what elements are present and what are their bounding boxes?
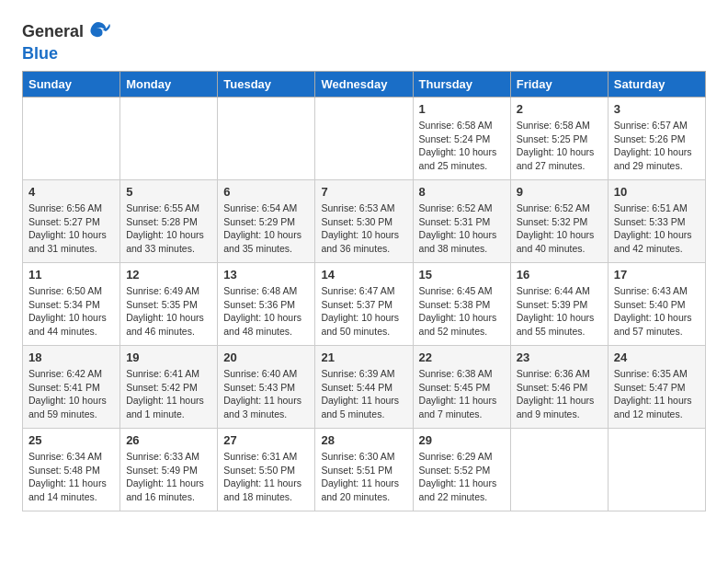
calendar-table: SundayMondayTuesdayWednesdayThursdayFrid… <box>22 71 706 511</box>
calendar-cell: 23Sunrise: 6:36 AMSunset: 5:46 PMDayligh… <box>510 346 608 429</box>
calendar-cell: 26Sunrise: 6:33 AMSunset: 5:49 PMDayligh… <box>120 429 218 511</box>
day-info: Sunrise: 6:53 AMSunset: 5:30 PMDaylight:… <box>321 201 406 256</box>
day-number: 16 <box>517 268 602 282</box>
week-row-1: 1Sunrise: 6:58 AMSunset: 5:24 PMDaylight… <box>23 98 706 180</box>
calendar-cell: 3Sunrise: 6:57 AMSunset: 5:26 PMDaylight… <box>608 98 705 180</box>
day-info: Sunrise: 6:38 AMSunset: 5:45 PMDaylight:… <box>419 367 505 421</box>
calendar-cell: 10Sunrise: 6:51 AMSunset: 5:33 PMDayligh… <box>608 180 705 263</box>
day-info: Sunrise: 6:29 AMSunset: 5:52 PMDaylight:… <box>419 450 505 504</box>
calendar-cell: 25Sunrise: 6:34 AMSunset: 5:48 PMDayligh… <box>23 429 120 511</box>
day-info: Sunrise: 6:48 AMSunset: 5:36 PMDaylight:… <box>223 284 309 339</box>
calendar-cell: 18Sunrise: 6:42 AMSunset: 5:41 PMDayligh… <box>23 346 120 429</box>
day-number: 12 <box>126 268 211 282</box>
calendar-cell: 27Sunrise: 6:31 AMSunset: 5:50 PMDayligh… <box>218 429 315 511</box>
day-info: Sunrise: 6:41 AMSunset: 5:42 PMDaylight:… <box>126 367 211 421</box>
calendar-cell: 8Sunrise: 6:52 AMSunset: 5:31 PMDaylight… <box>413 180 510 263</box>
weekday-header-tuesday: Tuesday <box>218 72 315 98</box>
day-info: Sunrise: 6:50 AMSunset: 5:34 PMDaylight:… <box>28 284 114 339</box>
calendar-cell: 22Sunrise: 6:38 AMSunset: 5:45 PMDayligh… <box>413 346 510 429</box>
day-info: Sunrise: 6:56 AMSunset: 5:27 PMDaylight:… <box>28 201 114 256</box>
day-info: Sunrise: 6:36 AMSunset: 5:46 PMDaylight:… <box>517 367 602 421</box>
calendar-cell <box>510 429 608 511</box>
calendar-cell <box>608 429 705 511</box>
day-info: Sunrise: 6:35 AMSunset: 5:47 PMDaylight:… <box>614 367 700 421</box>
calendar-cell: 17Sunrise: 6:43 AMSunset: 5:40 PMDayligh… <box>608 263 705 346</box>
day-number: 3 <box>614 102 700 116</box>
day-number: 27 <box>223 433 309 447</box>
weekday-header-row: SundayMondayTuesdayWednesdayThursdayFrid… <box>23 72 706 98</box>
calendar-cell: 14Sunrise: 6:47 AMSunset: 5:37 PMDayligh… <box>315 263 413 346</box>
day-number: 4 <box>28 185 114 199</box>
day-info: Sunrise: 6:40 AMSunset: 5:43 PMDaylight:… <box>223 367 309 421</box>
calendar-cell: 1Sunrise: 6:58 AMSunset: 5:24 PMDaylight… <box>413 98 510 180</box>
logo-blue: Blue <box>22 44 58 63</box>
calendar-cell: 7Sunrise: 6:53 AMSunset: 5:30 PMDaylight… <box>315 180 413 263</box>
day-number: 21 <box>321 350 406 364</box>
calendar-cell: 19Sunrise: 6:41 AMSunset: 5:42 PMDayligh… <box>120 346 218 429</box>
calendar-body: 1Sunrise: 6:58 AMSunset: 5:24 PMDaylight… <box>23 98 706 511</box>
day-info: Sunrise: 6:52 AMSunset: 5:31 PMDaylight:… <box>419 201 505 256</box>
day-number: 23 <box>517 350 602 364</box>
calendar-cell: 2Sunrise: 6:58 AMSunset: 5:25 PMDaylight… <box>510 98 608 180</box>
day-info: Sunrise: 6:55 AMSunset: 5:28 PMDaylight:… <box>126 201 211 256</box>
calendar-cell: 4Sunrise: 6:56 AMSunset: 5:27 PMDaylight… <box>23 180 120 263</box>
calendar-cell: 12Sunrise: 6:49 AMSunset: 5:35 PMDayligh… <box>120 263 218 346</box>
day-info: Sunrise: 6:34 AMSunset: 5:48 PMDaylight:… <box>28 450 114 504</box>
day-info: Sunrise: 6:31 AMSunset: 5:50 PMDaylight:… <box>223 450 309 504</box>
day-number: 17 <box>614 268 700 282</box>
day-info: Sunrise: 6:45 AMSunset: 5:38 PMDaylight:… <box>419 284 505 339</box>
weekday-header-wednesday: Wednesday <box>315 72 413 98</box>
week-row-3: 11Sunrise: 6:50 AMSunset: 5:34 PMDayligh… <box>23 263 706 346</box>
calendar-cell: 6Sunrise: 6:54 AMSunset: 5:29 PMDaylight… <box>218 180 315 263</box>
day-info: Sunrise: 6:52 AMSunset: 5:32 PMDaylight:… <box>517 201 602 256</box>
week-row-5: 25Sunrise: 6:34 AMSunset: 5:48 PMDayligh… <box>23 429 706 511</box>
day-info: Sunrise: 6:49 AMSunset: 5:35 PMDaylight:… <box>126 284 211 339</box>
calendar-cell: 24Sunrise: 6:35 AMSunset: 5:47 PMDayligh… <box>608 346 705 429</box>
logo-general: General <box>22 22 84 41</box>
day-info: Sunrise: 6:58 AMSunset: 5:24 PMDaylight:… <box>419 119 505 173</box>
day-info: Sunrise: 6:44 AMSunset: 5:39 PMDaylight:… <box>517 284 602 339</box>
day-info: Sunrise: 6:58 AMSunset: 5:25 PMDaylight:… <box>517 119 602 173</box>
day-number: 6 <box>223 185 309 199</box>
day-number: 2 <box>517 102 602 116</box>
day-number: 25 <box>28 433 114 447</box>
day-number: 8 <box>419 185 505 199</box>
calendar-cell <box>218 98 315 180</box>
logo-bird-icon <box>85 18 111 44</box>
calendar-cell: 20Sunrise: 6:40 AMSunset: 5:43 PMDayligh… <box>218 346 315 429</box>
day-number: 11 <box>28 268 114 282</box>
calendar-cell <box>23 98 120 180</box>
calendar-cell: 29Sunrise: 6:29 AMSunset: 5:52 PMDayligh… <box>413 429 510 511</box>
weekday-header-monday: Monday <box>120 72 218 98</box>
calendar-cell <box>120 98 218 180</box>
day-number: 24 <box>614 350 700 364</box>
calendar-cell: 9Sunrise: 6:52 AMSunset: 5:32 PMDaylight… <box>510 180 608 263</box>
weekday-header-friday: Friday <box>510 72 608 98</box>
day-number: 14 <box>321 268 406 282</box>
week-row-4: 18Sunrise: 6:42 AMSunset: 5:41 PMDayligh… <box>23 346 706 429</box>
calendar-cell: 16Sunrise: 6:44 AMSunset: 5:39 PMDayligh… <box>510 263 608 346</box>
day-info: Sunrise: 6:42 AMSunset: 5:41 PMDaylight:… <box>28 367 114 421</box>
day-info: Sunrise: 6:47 AMSunset: 5:37 PMDaylight:… <box>321 284 406 339</box>
calendar-cell: 21Sunrise: 6:39 AMSunset: 5:44 PMDayligh… <box>315 346 413 429</box>
day-number: 19 <box>126 350 211 364</box>
day-info: Sunrise: 6:51 AMSunset: 5:33 PMDaylight:… <box>614 201 700 256</box>
day-number: 26 <box>126 433 211 447</box>
day-number: 9 <box>517 185 602 199</box>
day-info: Sunrise: 6:33 AMSunset: 5:49 PMDaylight:… <box>126 450 211 504</box>
day-info: Sunrise: 6:39 AMSunset: 5:44 PMDaylight:… <box>321 367 406 421</box>
day-number: 1 <box>419 102 505 116</box>
calendar-cell: 28Sunrise: 6:30 AMSunset: 5:51 PMDayligh… <box>315 429 413 511</box>
day-info: Sunrise: 6:30 AMSunset: 5:51 PMDaylight:… <box>321 450 406 504</box>
day-number: 28 <box>321 433 406 447</box>
day-number: 20 <box>223 350 309 364</box>
day-number: 15 <box>419 268 505 282</box>
day-info: Sunrise: 6:43 AMSunset: 5:40 PMDaylight:… <box>614 284 700 339</box>
weekday-header-sunday: Sunday <box>23 72 120 98</box>
logo: General Blue <box>22 18 111 63</box>
day-info: Sunrise: 6:54 AMSunset: 5:29 PMDaylight:… <box>223 201 309 256</box>
calendar-cell: 15Sunrise: 6:45 AMSunset: 5:38 PMDayligh… <box>413 263 510 346</box>
calendar-cell <box>315 98 413 180</box>
weekday-header-saturday: Saturday <box>608 72 705 98</box>
calendar-cell: 11Sunrise: 6:50 AMSunset: 5:34 PMDayligh… <box>23 263 120 346</box>
